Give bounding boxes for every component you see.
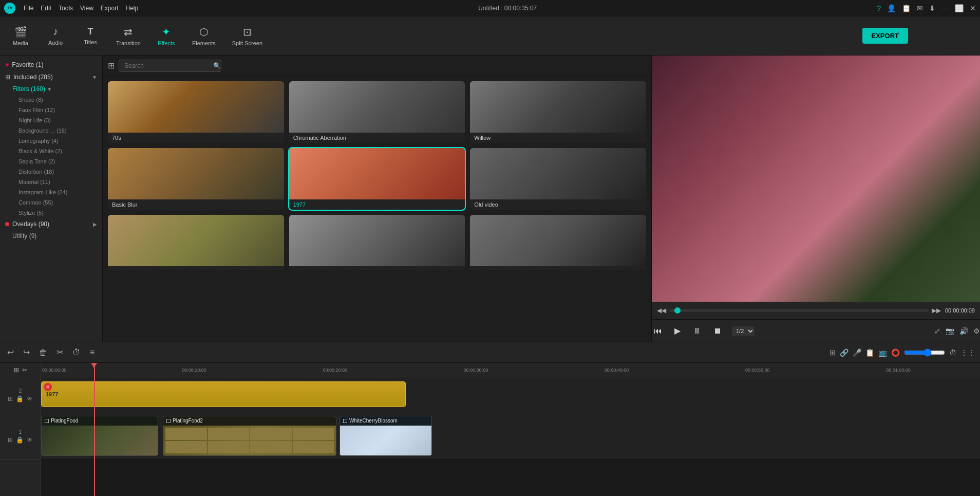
projects-icon[interactable]: 📋 bbox=[902, 4, 911, 12]
clip-1977[interactable]: ✕ 1977 bbox=[41, 381, 406, 407]
filter-background[interactable]: Background ... (16) bbox=[0, 125, 102, 136]
filter-material[interactable]: Material (11) bbox=[0, 177, 102, 187]
tl-zoom-out[interactable]: ⏱ bbox=[949, 348, 956, 357]
toolbar-splitscreen[interactable]: ⊡ Split Screen bbox=[225, 23, 270, 49]
included-section[interactable]: ⊞ Included (285) ▼ bbox=[0, 71, 102, 83]
clip-whitecherry-title: WhiteCherryBlossom bbox=[349, 418, 398, 424]
add-media-icon[interactable]: ⊞ bbox=[14, 366, 19, 374]
effects-label: Effects bbox=[158, 40, 175, 46]
filter-lomography[interactable]: Lomography (4) bbox=[0, 136, 102, 146]
adjust-button[interactable]: ≡ bbox=[88, 346, 97, 359]
menu-help[interactable]: Help bbox=[126, 5, 139, 12]
filter-distortion[interactable]: Distortion (18) bbox=[0, 167, 102, 177]
settings-icon[interactable]: ⚙ bbox=[973, 327, 980, 335]
filter-blackwhite[interactable]: Black & White (2) bbox=[0, 146, 102, 156]
toolbar-audio[interactable]: ♪ Audio bbox=[39, 23, 72, 49]
snap-icon[interactable]: ✂ bbox=[22, 366, 27, 374]
utility-section[interactable]: Utility (9) bbox=[0, 230, 102, 242]
effect-card-willow[interactable]: Willow bbox=[470, 81, 646, 143]
delete-button[interactable]: 🗑 bbox=[37, 346, 49, 359]
effect-label-row3c bbox=[470, 266, 646, 270]
filter-stylize[interactable]: Stylize (5) bbox=[0, 208, 102, 218]
cut-button[interactable]: ✂ bbox=[54, 345, 65, 359]
menu-export[interactable]: Export bbox=[101, 5, 119, 12]
minimize-button[interactable]: — bbox=[941, 4, 949, 12]
track-1-eye-icon[interactable]: 👁 bbox=[27, 436, 33, 444]
search-input[interactable] bbox=[119, 60, 221, 72]
filter-fauxfilm[interactable]: Faux Film (12) bbox=[0, 105, 102, 115]
menu-view[interactable]: View bbox=[80, 5, 93, 12]
preview-video bbox=[652, 56, 980, 302]
menu-edit[interactable]: Edit bbox=[41, 5, 51, 12]
filter-nightlife[interactable]: Night Life (3) bbox=[0, 115, 102, 125]
favorite-section[interactable]: ♥ Favorite (1) bbox=[0, 59, 102, 71]
menu-tools[interactable]: Tools bbox=[59, 5, 73, 12]
included-chevron: ▼ bbox=[92, 75, 97, 80]
account-icon[interactable]: 👤 bbox=[887, 4, 896, 12]
export-button[interactable]: EXPORT bbox=[862, 28, 908, 44]
filters-section[interactable]: Filters (160) ▼ bbox=[0, 83, 102, 95]
download-icon[interactable]: ⬇ bbox=[929, 4, 935, 12]
timer-button[interactable]: ⏱ bbox=[70, 346, 83, 359]
redo-button[interactable]: ↪ bbox=[21, 345, 32, 359]
effect-card-oldvideo[interactable]: Old video bbox=[470, 148, 646, 210]
effect-card-chromatic[interactable]: Chromatic Aberration bbox=[289, 81, 465, 143]
close-button[interactable]: ✕ bbox=[970, 4, 976, 12]
effect-card-1977[interactable]: 1977 bbox=[289, 148, 465, 210]
stop-button[interactable]: ⏹ bbox=[711, 324, 724, 338]
playhead-dot[interactable] bbox=[674, 307, 681, 314]
toolbar-elements[interactable]: ⬡ Elements bbox=[185, 23, 223, 49]
view-grid-icon[interactable]: ⊞ bbox=[108, 61, 115, 70]
toolbar-transition[interactable]: ⇄ Transition bbox=[109, 23, 148, 49]
tl-add-track[interactable]: ⊞ bbox=[830, 348, 836, 357]
clip-1977-remove-button[interactable]: ✕ bbox=[44, 383, 52, 391]
skip-back-icon[interactable]: ◀◀ bbox=[657, 307, 666, 314]
filter-instagram[interactable]: Instagram-Like (24) bbox=[0, 187, 102, 197]
filter-shake[interactable]: Shake (8) bbox=[0, 95, 102, 105]
tl-list[interactable]: 📋 bbox=[865, 348, 874, 357]
effect-card-row3a[interactable] bbox=[108, 215, 284, 270]
clip-platingfood2[interactable]: PlatingFood2 bbox=[163, 416, 336, 456]
zoom-slider[interactable] bbox=[904, 348, 945, 357]
tl-mic[interactable]: 🎤 bbox=[853, 348, 861, 357]
clip-marker3 bbox=[343, 419, 347, 423]
clip-platingfood[interactable]: PlatingFood bbox=[41, 416, 158, 456]
track-1-lock-icon[interactable]: 🔒 bbox=[16, 436, 24, 444]
tl-more[interactable]: ⋮⋮ bbox=[960, 348, 975, 357]
track-2-lock-icon[interactable]: 🔒 bbox=[16, 395, 24, 402]
toolbar-media[interactable]: 🎬 Media bbox=[4, 23, 37, 49]
search-icon[interactable]: 🔍 bbox=[213, 62, 221, 69]
help-icon[interactable]: ? bbox=[877, 4, 881, 12]
playhead-bar[interactable] bbox=[669, 309, 929, 312]
track-2-grid-icon[interactable]: ⊞ bbox=[8, 395, 13, 402]
clip-whitecherryblossom[interactable]: WhiteCherryBlossom bbox=[340, 416, 432, 456]
track-1-grid-icon[interactable]: ⊞ bbox=[8, 436, 13, 444]
fullscreen-icon[interactable]: ⤢ bbox=[934, 327, 940, 335]
maximize-button[interactable]: ⬜ bbox=[955, 4, 964, 12]
tl-screen[interactable]: 📺 bbox=[878, 348, 887, 357]
overlays-section[interactable]: Overlays (90) ▶ bbox=[0, 218, 102, 230]
filter-common[interactable]: Common (55) bbox=[0, 197, 102, 208]
track-2-eye-icon[interactable]: 👁 bbox=[27, 395, 33, 402]
clip-platingfood2-thumb bbox=[163, 426, 336, 455]
toolbar-titles[interactable]: T Titles bbox=[74, 23, 107, 48]
zoom-select[interactable]: 1/2 1/1 1/4 bbox=[732, 326, 755, 336]
pause-button[interactable]: ⏸ bbox=[691, 324, 703, 338]
titles-icon: T bbox=[88, 26, 93, 37]
effect-card-row3b[interactable] bbox=[289, 215, 465, 270]
skip-forward-icon[interactable]: ▶▶ bbox=[932, 307, 941, 314]
tl-circle[interactable]: ⭕ bbox=[891, 348, 900, 357]
play-button[interactable]: ▶ bbox=[672, 324, 683, 338]
toolbar-effects[interactable]: ✦ Effects bbox=[150, 23, 183, 49]
effect-card-basicblur[interactable]: Basic Blur bbox=[108, 148, 284, 210]
effect-card-row3c[interactable] bbox=[470, 215, 646, 270]
tl-magnet[interactable]: 🔗 bbox=[840, 348, 849, 357]
prev-frame-button[interactable]: ⏮ bbox=[652, 324, 664, 338]
filter-sepiatone[interactable]: Sepia Tone (2) bbox=[0, 156, 102, 167]
screenshot-icon[interactable]: 📷 bbox=[946, 327, 954, 335]
mail-icon[interactable]: ✉ bbox=[917, 4, 923, 12]
undo-button[interactable]: ↩ bbox=[5, 345, 16, 359]
menu-file[interactable]: File bbox=[24, 5, 33, 12]
volume-icon[interactable]: 🔊 bbox=[959, 327, 968, 335]
effect-card-70s[interactable]: 70s bbox=[108, 81, 284, 143]
